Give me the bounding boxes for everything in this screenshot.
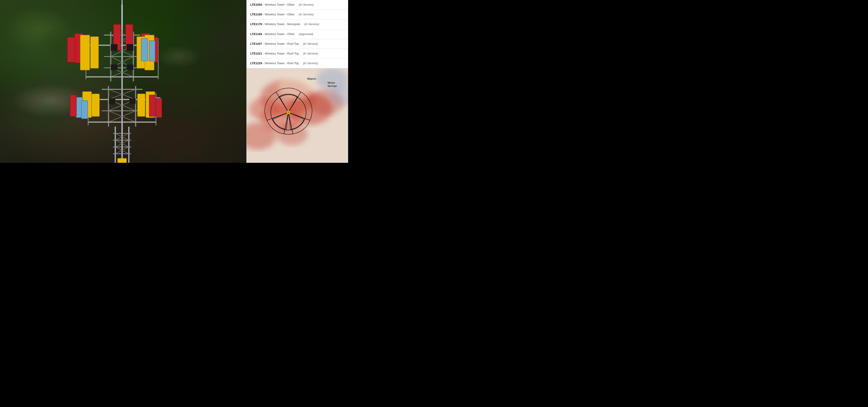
item-detail: - Wireless Tower - Monopole [263, 22, 300, 26]
item-detail: - Wireless Tower - Roof Top [263, 52, 299, 55]
list-item[interactable]: LTE1207 - Wireless Tower - Roof Top (In … [247, 39, 348, 49]
item-id: LTE1207 [250, 42, 262, 45]
item-status: (In Service) [303, 62, 318, 65]
item-status: (In Service) [299, 13, 314, 16]
svg-text:Springs: Springs [328, 85, 337, 87]
svg-rect-62 [109, 98, 115, 104]
item-id: LTE1184 [250, 32, 262, 36]
item-id: LTE1160 [250, 13, 262, 16]
item-id: LTE1221 [250, 52, 262, 55]
item-status: (Approved) [299, 32, 313, 36]
svg-rect-37 [67, 37, 75, 62]
svg-rect-57 [81, 101, 88, 119]
svg-rect-63 [129, 98, 135, 104]
item-detail: - Wireless Tower - Other [263, 13, 294, 16]
item-status: (In Service) [303, 52, 318, 55]
svg-rect-59 [149, 95, 156, 117]
list-item[interactable]: LTE1176 - Wireless Tower - Monopole (In … [247, 20, 348, 29]
svg-point-94 [288, 112, 289, 113]
item-detail: - Wireless Tower - Other [263, 3, 294, 6]
svg-rect-77 [118, 158, 127, 163]
item-detail: - Wireless Tower - Roof Top [263, 42, 299, 45]
coverage-map[interactable]: Wagner Winter Springs [247, 68, 348, 163]
item-status: (In Service) [303, 42, 318, 45]
svg-rect-61 [70, 95, 76, 117]
svg-text:Winter: Winter [328, 82, 336, 84]
svg-point-88 [276, 123, 308, 145]
list-item[interactable]: LTE1221 - Wireless Tower - Roof Top (In … [247, 49, 348, 59]
item-id: LTE1176 [250, 22, 262, 26]
item-id: LTE1054 [250, 3, 262, 6]
svg-text:Wagner: Wagner [307, 77, 316, 80]
svg-rect-46 [141, 38, 148, 61]
list-item[interactable]: LTE1229 - Wireless Tower - Roof Top (In … [247, 59, 348, 68]
svg-rect-49 [127, 44, 133, 51]
svg-rect-42 [80, 35, 90, 70]
svg-rect-60 [156, 98, 162, 118]
right-panel: LTE1054 - Wireless Tower - Other (In Ser… [246, 0, 348, 163]
svg-rect-47 [149, 41, 155, 61]
svg-rect-50 [111, 64, 118, 70]
list-item[interactable]: LTE1184 - Wireless Tower - Other (Approv… [247, 29, 348, 39]
svg-rect-43 [90, 37, 98, 68]
list-item[interactable]: LTE1160 - Wireless Tower - Other (In Ser… [247, 10, 348, 20]
tower-visualization [0, 0, 246, 163]
item-id: LTE1229 [250, 62, 262, 65]
tower-svg-container [0, 0, 246, 163]
item-status: (In Service) [304, 22, 319, 26]
svg-rect-48 [111, 44, 118, 51]
item-detail: - Wireless Tower - Roof Top [263, 62, 299, 65]
svg-rect-53 [92, 94, 99, 117]
item-status: (In Service) [299, 3, 314, 6]
svg-rect-55 [137, 94, 145, 117]
svg-rect-51 [127, 64, 133, 70]
list-item[interactable]: LTE1054 - Wireless Tower - Other (In Ser… [247, 0, 348, 10]
tower-list: LTE1054 - Wireless Tower - Other (In Ser… [247, 0, 348, 68]
item-detail: - Wireless Tower - Other [263, 32, 294, 36]
